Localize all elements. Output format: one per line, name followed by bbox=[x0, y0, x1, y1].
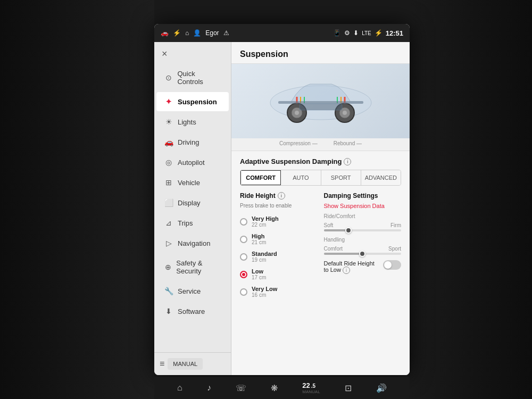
sidebar-item-autopilot[interactable]: ◎ Autopilot bbox=[156, 153, 229, 172]
two-col-layout: Ride Height i Press brake to enable Very… bbox=[240, 192, 401, 301]
default-ride-info[interactable]: i bbox=[343, 267, 350, 274]
ride-option-very-low-text: Very Low 16 cm bbox=[252, 286, 277, 298]
comfort-mode-button[interactable]: COMFORT bbox=[240, 170, 281, 186]
ride-option-high-text: High 21 cm bbox=[252, 233, 266, 245]
radio-very-low[interactable] bbox=[240, 288, 247, 296]
panel-title: Suspension bbox=[231, 42, 410, 64]
sidebar: × ⊙ Quick Controls ✦ Suspension ☀ Lights… bbox=[154, 42, 231, 375]
sidebar-item-quick-controls[interactable]: ⊙ Quick Controls bbox=[156, 64, 229, 91]
display-icon: ⬜ bbox=[164, 198, 173, 207]
music-sys-icon[interactable]: ♪ bbox=[207, 383, 211, 393]
ride-option-high[interactable]: High 21 cm bbox=[240, 230, 318, 248]
sidebar-item-label: Navigation bbox=[178, 239, 210, 247]
radio-high[interactable] bbox=[240, 236, 247, 243]
auto-mode-button[interactable]: AUTO bbox=[281, 170, 321, 185]
sidebar-item-label: Trips bbox=[178, 219, 193, 227]
default-ride-height: Default Ride Height to Low i bbox=[324, 260, 402, 274]
lights-icon: ☀ bbox=[164, 118, 173, 126]
home-sys-icon[interactable]: ⌂ bbox=[177, 383, 182, 393]
adaptive-suspension-info[interactable]: i bbox=[344, 158, 351, 165]
sidebar-item-display[interactable]: ⬜ Display bbox=[156, 193, 229, 212]
soft-firm-thumb[interactable] bbox=[345, 227, 352, 234]
phone-sys-icon[interactable]: ☏ bbox=[236, 383, 246, 393]
soft-label: Soft bbox=[324, 222, 334, 228]
soft-firm-slider-row: Soft Firm bbox=[324, 222, 402, 231]
sidebar-item-label: Suspension bbox=[178, 98, 217, 106]
ride-option-standard[interactable]: Standard 19 cm bbox=[240, 248, 318, 265]
sidebar-item-label: Safety & Security bbox=[176, 259, 221, 275]
svg-point-3 bbox=[295, 111, 299, 115]
sidebar-item-trips[interactable]: ⊿ Trips bbox=[156, 213, 229, 232]
screen-status-icon: 📱 bbox=[333, 29, 341, 37]
sport-mode-button[interactable]: SPORT bbox=[321, 170, 361, 185]
ride-height-info[interactable]: i bbox=[278, 192, 285, 200]
advanced-mode-button[interactable]: ADVANCED bbox=[361, 170, 401, 185]
person-status-icon: 👤 bbox=[193, 29, 201, 37]
sidebar-item-vehicle[interactable]: ⊞ Vehicle bbox=[156, 173, 229, 192]
soft-firm-labels: Soft Firm bbox=[324, 222, 402, 228]
ride-option-standard-text: Standard 19 cm bbox=[252, 251, 277, 263]
comfort-sport-slider-row: Comfort Sport bbox=[324, 246, 402, 255]
vehicle-icon: ⊞ bbox=[164, 178, 173, 187]
temp-container: 22.5 MANUAL bbox=[302, 381, 320, 394]
navigation-icon: ▷ bbox=[164, 239, 173, 247]
adaptive-suspension-section: Adaptive Suspension Damping i COMFORT AU… bbox=[231, 151, 410, 307]
ride-option-low[interactable]: Low 17 cm bbox=[240, 265, 318, 283]
comfort-sport-track[interactable] bbox=[324, 253, 402, 255]
damping-settings-col: Damping Settings Show Suspension Data Ri… bbox=[324, 192, 402, 301]
manual-button[interactable]: MANUAL bbox=[168, 358, 203, 370]
ride-height-title: Ride Height i bbox=[240, 192, 318, 200]
damping-title: Damping Settings bbox=[324, 192, 402, 200]
sidebar-item-label: Quick Controls bbox=[177, 70, 221, 86]
show-suspension-data-link[interactable]: Show Suspension Data bbox=[324, 203, 402, 209]
suspension-icon: ✦ bbox=[164, 97, 173, 106]
sidebar-item-service[interactable]: 🔧 Service bbox=[156, 281, 229, 301]
sidebar-item-safety-security[interactable]: ⊕ Safety & Security bbox=[156, 254, 229, 280]
main-content: × ⊙ Quick Controls ✦ Suspension ☀ Lights… bbox=[154, 42, 410, 375]
sidebar-item-label: Vehicle bbox=[178, 179, 200, 187]
sys-manual-label: MANUAL bbox=[302, 389, 320, 394]
sidebar-item-suspension[interactable]: ✦ Suspension bbox=[156, 92, 229, 111]
user-name: Egor bbox=[205, 29, 219, 37]
radio-low[interactable] bbox=[240, 271, 247, 278]
sidebar-item-navigation[interactable]: ▷ Navigation bbox=[156, 234, 229, 253]
volume-sys-icon[interactable]: 🔊 bbox=[376, 383, 387, 393]
sidebar-item-driving[interactable]: 🚗 Driving bbox=[156, 132, 229, 152]
ride-option-very-high-text: Very High 22 cm bbox=[252, 215, 279, 228]
fan-sys-icon[interactable]: ❋ bbox=[271, 383, 278, 393]
ride-option-low-text: Low 17 cm bbox=[252, 268, 266, 280]
svg-rect-13 bbox=[278, 101, 363, 104]
sidebar-item-label: Driving bbox=[178, 138, 199, 146]
radio-very-high[interactable] bbox=[240, 218, 247, 226]
clock: 12:51 bbox=[386, 29, 403, 37]
system-bar: ⌂ ♪ ☏ ❋ 22.5 MANUAL ⊡ 🔊 bbox=[154, 377, 410, 399]
ride-option-very-high[interactable]: Very High 22 cm bbox=[240, 213, 318, 230]
sidebar-item-label: Autopilot bbox=[178, 159, 205, 167]
default-ride-toggle[interactable] bbox=[383, 260, 401, 270]
right-interior bbox=[410, 0, 532, 399]
compression-rebound-labels: Compression — Rebound — bbox=[231, 138, 410, 151]
sidebar-item-software[interactable]: ⬇ Software bbox=[156, 302, 229, 321]
main-tablet: 🚗 ⚡ ⌂ 👤 Egor ⚠ 📱 ⚙ ⬇ LTE ⚡ 12:51 × ⊙ Qui… bbox=[154, 24, 410, 375]
comfort-sport-thumb[interactable] bbox=[359, 251, 365, 257]
media-sys-icon[interactable]: ⊡ bbox=[345, 383, 352, 393]
status-bar: 🚗 ⚡ ⌂ 👤 Egor ⚠ 📱 ⚙ ⬇ LTE ⚡ 12:51 bbox=[154, 24, 410, 42]
soft-firm-track[interactable] bbox=[324, 229, 402, 231]
quick-controls-icon: ⊙ bbox=[164, 73, 173, 82]
lightning-status-icon: ⚡ bbox=[173, 29, 181, 37]
right-panel: Suspension bbox=[231, 42, 410, 375]
software-icon: ⬇ bbox=[164, 307, 173, 315]
radio-standard[interactable] bbox=[240, 253, 247, 261]
lte-label: LTE bbox=[362, 30, 371, 36]
temperature-display: 22.5 bbox=[302, 381, 320, 389]
soft-firm-fill bbox=[324, 229, 347, 231]
ride-option-very-low[interactable]: Very Low 16 cm bbox=[240, 283, 318, 301]
download-status-icon: ⬇ bbox=[353, 29, 359, 37]
close-button[interactable]: × bbox=[154, 42, 231, 64]
sidebar-item-label: Display bbox=[178, 199, 201, 207]
autopilot-icon: ◎ bbox=[164, 158, 173, 167]
comfort-label: Comfort bbox=[324, 246, 343, 252]
sidebar-item-label: Lights bbox=[178, 118, 196, 126]
warning-status-icon: ⚠ bbox=[223, 29, 229, 37]
sidebar-item-lights[interactable]: ☀ Lights bbox=[156, 112, 229, 131]
